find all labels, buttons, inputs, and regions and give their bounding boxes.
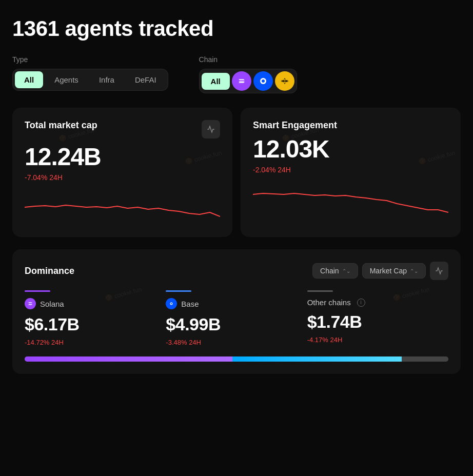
chain-filter-group: Chain All	[199, 55, 297, 93]
chain-filter-label: Chain	[199, 55, 297, 64]
tab-infra[interactable]: Infra	[90, 71, 124, 88]
dominance-controls: Chain ⌃⌄ Market Cap ⌃⌄	[312, 262, 448, 280]
chain-tab-all[interactable]: All	[202, 73, 230, 90]
solana-chain-name: Solana	[40, 300, 64, 308]
other-chains-info-icon[interactable]: i	[357, 299, 365, 307]
smart-engagement-chart	[253, 184, 448, 215]
stats-grid: Total market cap 12.24B -7.04% 24H 🍪 coo…	[12, 108, 461, 237]
smart-engagement-change: -2.04% 24H	[253, 166, 448, 174]
dominance-chart-btn[interactable]	[430, 262, 448, 280]
market-cap-chart	[25, 192, 220, 223]
chain-icon-base[interactable]	[253, 71, 273, 91]
base-chain-name: Base	[181, 300, 199, 308]
dominance-title: Dominance	[25, 266, 74, 276]
base-value: $4.99B	[166, 314, 307, 334]
progress-other	[402, 356, 448, 362]
dominance-item-other: Other chains i $1.74B -4.17% 24H	[307, 290, 448, 346]
solana-change: -14.72% 24H	[25, 339, 166, 346]
market-cap-control-btn[interactable]: Market Cap ⌃⌄	[362, 263, 426, 279]
chain-filter-tabs: All	[199, 69, 297, 93]
chain-control-btn[interactable]: Chain ⌃⌄	[312, 263, 358, 279]
smart-engagement-card: Smart Engagement 12.03K -2.04% 24H 🍪 coo…	[241, 108, 461, 237]
tab-all[interactable]: All	[15, 71, 43, 88]
base-bar	[166, 290, 191, 292]
market-cap-chevron-icon: ⌃⌄	[410, 268, 418, 274]
base-label-row: Base	[166, 298, 307, 309]
smart-engagement-title: Smart Engagement	[253, 120, 337, 131]
market-cap-change: -7.04% 24H	[25, 173, 220, 182]
dominance-header: Dominance Chain ⌃⌄ Market Cap ⌃⌄	[25, 262, 448, 280]
market-cap-value: 12.24B	[25, 145, 220, 169]
dominance-item-base: Base $4.99B -3.48% 24H	[166, 290, 307, 346]
smart-engagement-value: 12.03K	[253, 137, 448, 162]
other-bar	[307, 290, 333, 292]
dominance-progress-bar	[25, 356, 448, 362]
other-value: $1.74B	[307, 312, 448, 332]
solana-bar	[25, 290, 50, 292]
progress-solana	[25, 356, 232, 362]
market-cap-header: Total market cap	[25, 120, 220, 138]
svg-marker-4	[284, 82, 286, 84]
market-cap-chart-btn[interactable]	[202, 120, 220, 138]
tab-agents[interactable]: Agents	[45, 71, 88, 88]
svg-marker-2	[284, 78, 286, 80]
other-label-row: Other chains i	[307, 298, 448, 307]
dominance-items-row: Solana $6.17B -14.72% 24H Base $4.99B -3…	[25, 290, 448, 346]
market-cap-title: Total market cap	[25, 120, 97, 131]
type-filter-label: Type	[12, 55, 168, 64]
base-chain-icon	[166, 298, 177, 309]
other-change: -4.17% 24H	[307, 336, 448, 344]
smart-engagement-header: Smart Engagement	[253, 120, 448, 131]
progress-base	[232, 356, 402, 362]
type-filter-group: Type All Agents Infra DeFAI	[12, 55, 168, 91]
chain-btn-label: Chain	[320, 267, 339, 275]
svg-point-8	[171, 303, 172, 305]
chain-icon-solana[interactable]	[232, 71, 251, 91]
type-filter-tabs: All Agents Infra DeFAI	[12, 69, 168, 91]
other-chain-name: Other chains	[307, 298, 351, 307]
chain-chevron-icon: ⌃⌄	[342, 268, 350, 274]
filters-row: Type All Agents Infra DeFAI Chain All	[12, 55, 461, 93]
solana-chain-icon	[25, 298, 36, 309]
solana-label-row: Solana	[25, 298, 166, 309]
chain-icon-bnb[interactable]	[275, 71, 294, 91]
market-cap-btn-label: Market Cap	[370, 267, 407, 275]
svg-point-1	[262, 80, 265, 83]
solana-value: $6.17B	[25, 314, 166, 334]
dominance-item-solana: Solana $6.17B -14.72% 24H	[25, 290, 166, 346]
market-cap-card: Total market cap 12.24B -7.04% 24H 🍪 coo…	[12, 108, 232, 237]
tab-defai[interactable]: DeFAI	[126, 71, 166, 88]
dominance-section: Dominance Chain ⌃⌄ Market Cap ⌃⌄	[12, 249, 461, 374]
page-title: 1361 agents tracked	[12, 16, 461, 41]
base-change: -3.48% 24H	[166, 339, 307, 346]
